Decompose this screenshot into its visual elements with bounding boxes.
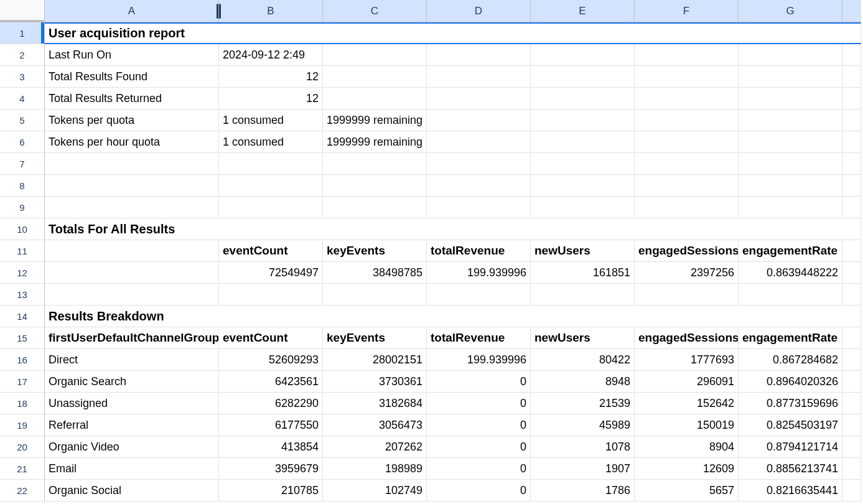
row-header-9[interactable]: 9	[0, 197, 45, 218]
cell-C18[interactable]: 3182684	[323, 393, 427, 414]
cell-H5[interactable]	[842, 110, 861, 131]
cell-A10[interactable]: Totals For All Results	[45, 218, 861, 240]
cell-H4[interactable]	[842, 88, 861, 110]
cell-E12[interactable]: 161851	[531, 262, 635, 284]
cell-H9[interactable]	[842, 197, 861, 218]
row-header-20[interactable]: 20	[0, 436, 45, 458]
cell-G17[interactable]: 0.8964020326	[739, 371, 842, 393]
cell-D6[interactable]	[427, 131, 531, 153]
cell-A7[interactable]	[45, 153, 219, 175]
cell-E16[interactable]: 80422	[531, 349, 635, 371]
cell-F19[interactable]: 150019	[635, 414, 739, 436]
cell-F11[interactable]: engagedSessions	[635, 240, 739, 262]
cell-E20[interactable]: 1078	[531, 436, 635, 458]
cell-C4[interactable]	[323, 88, 427, 110]
cell-F16[interactable]: 1777693	[635, 349, 739, 371]
cell-A21[interactable]: Email	[45, 458, 219, 480]
row-header-11[interactable]: 11	[0, 240, 45, 262]
cell-A5[interactable]: Tokens per quota	[45, 110, 219, 131]
cell-F22[interactable]: 5657	[635, 480, 739, 502]
cell-B20[interactable]: 413854	[219, 436, 323, 458]
row-header-21[interactable]: 21	[0, 458, 45, 480]
cell-A16[interactable]: Direct	[45, 349, 219, 371]
cell-H8[interactable]	[842, 175, 861, 197]
row-header-6[interactable]: 6	[0, 131, 45, 153]
column-resize-handle[interactable]	[215, 2, 222, 19]
cell-G12[interactable]: 0.8639448222	[739, 262, 842, 284]
cell-H16[interactable]	[842, 349, 861, 371]
cell-H20[interactable]	[842, 436, 861, 458]
cell-B7[interactable]	[219, 153, 323, 175]
cell-G9[interactable]	[739, 197, 842, 218]
cell-B16[interactable]: 52609293	[219, 349, 323, 371]
row-header-5[interactable]: 5	[0, 110, 45, 131]
cell-B12[interactable]: 72549497	[219, 262, 323, 284]
cell-E3[interactable]	[531, 66, 635, 88]
cell-D8[interactable]	[427, 175, 531, 197]
cell-E15[interactable]: newUsers	[531, 327, 635, 349]
col-header-next[interactable]	[842, 0, 861, 22]
cell-G22[interactable]: 0.8216635441	[739, 480, 842, 502]
cell-E13[interactable]	[531, 284, 635, 306]
cell-F2[interactable]	[635, 44, 739, 66]
cell-C22[interactable]: 102749	[323, 480, 427, 502]
cell-G11[interactable]: engagementRate	[739, 240, 842, 262]
cell-H12[interactable]	[842, 262, 861, 284]
cell-B18[interactable]: 6282290	[219, 393, 323, 414]
cell-A4[interactable]: Total Results Returned	[45, 88, 219, 110]
cell-B15[interactable]: eventCount	[219, 327, 323, 349]
cell-B22[interactable]: 210785	[219, 480, 323, 502]
cell-A22[interactable]: Organic Social	[45, 480, 219, 502]
col-header-B[interactable]: B	[219, 0, 323, 22]
cell-H3[interactable]	[842, 66, 861, 88]
cell-B2[interactable]: 2024-09-12 2:49	[219, 44, 323, 66]
cell-G15[interactable]: engagementRate	[739, 327, 842, 349]
cell-E18[interactable]: 21539	[531, 393, 635, 414]
cell-F3[interactable]	[635, 66, 739, 88]
cell-D11[interactable]: totalRevenue	[427, 240, 531, 262]
cell-A19[interactable]: Referral	[45, 414, 219, 436]
cell-C7[interactable]	[323, 153, 427, 175]
cell-C9[interactable]	[323, 197, 427, 218]
cell-G8[interactable]	[739, 175, 842, 197]
cell-C5[interactable]: 1999999 remaining	[323, 110, 427, 131]
cell-F8[interactable]	[635, 175, 739, 197]
cell-F7[interactable]	[635, 153, 739, 175]
cell-G3[interactable]	[739, 66, 842, 88]
cell-C11[interactable]: keyEvents	[323, 240, 427, 262]
cell-C21[interactable]: 198989	[323, 458, 427, 480]
cell-G6[interactable]	[739, 131, 842, 153]
row-header-17[interactable]: 17	[0, 371, 45, 393]
row-header-2[interactable]: 2	[0, 44, 45, 66]
cell-A14[interactable]: Results Breakdown	[45, 306, 861, 327]
cell-F17[interactable]: 296091	[635, 371, 739, 393]
cell-G7[interactable]	[739, 153, 842, 175]
col-header-C[interactable]: C	[323, 0, 427, 22]
cell-A8[interactable]	[45, 175, 219, 197]
cell-D17[interactable]: 0	[427, 371, 531, 393]
cell-G2[interactable]	[739, 44, 842, 66]
cell-A18[interactable]: Unassigned	[45, 393, 219, 414]
cell-A20[interactable]: Organic Video	[45, 436, 219, 458]
cell-F5[interactable]	[635, 110, 739, 131]
cell-C8[interactable]	[323, 175, 427, 197]
cell-E7[interactable]	[531, 153, 635, 175]
cell-G16[interactable]: 0.867284682	[739, 349, 842, 371]
cell-D13[interactable]	[427, 284, 531, 306]
cell-A2[interactable]: Last Run On	[45, 44, 219, 66]
cell-F20[interactable]: 8904	[635, 436, 739, 458]
cell-B5[interactable]: 1 consumed	[219, 110, 323, 131]
cell-A3[interactable]: Total Results Found	[45, 66, 219, 88]
row-header-10[interactable]: 10	[0, 218, 45, 240]
cell-C17[interactable]: 3730361	[323, 371, 427, 393]
cell-H17[interactable]	[842, 371, 861, 393]
cell-H21[interactable]	[842, 458, 861, 480]
cell-A6[interactable]: Tokens per hour quota	[45, 131, 219, 153]
cell-E4[interactable]	[531, 88, 635, 110]
row-header-3[interactable]: 3	[0, 66, 45, 88]
cell-E8[interactable]	[531, 175, 635, 197]
cell-D21[interactable]: 0	[427, 458, 531, 480]
cell-G4[interactable]	[739, 88, 842, 110]
cell-C15[interactable]: keyEvents	[323, 327, 427, 349]
cell-F9[interactable]	[635, 197, 739, 218]
